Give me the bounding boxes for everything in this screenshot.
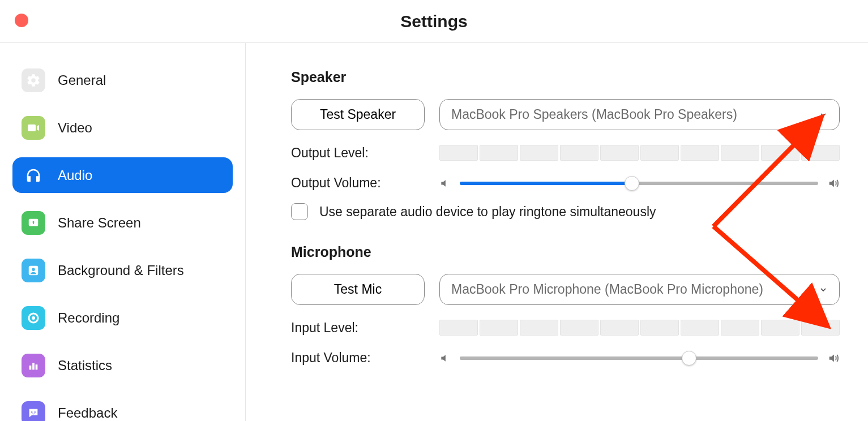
sidebar-item-label: General <box>58 72 106 88</box>
svg-point-8 <box>31 411 32 412</box>
speaker-section-title: Speaker <box>291 69 840 85</box>
record-icon <box>22 306 45 330</box>
sidebar-item-feedback[interactable]: Feedback <box>12 395 233 421</box>
test-mic-button[interactable]: Test Mic <box>291 274 425 305</box>
svg-rect-7 <box>36 364 38 370</box>
gear-icon <box>22 68 45 92</box>
sidebar-item-recording[interactable]: Recording <box>12 300 233 336</box>
speaker-low-icon <box>439 178 451 189</box>
output-level-label: Output Level: <box>291 145 439 161</box>
share-screen-icon <box>22 211 45 235</box>
microphone-section-title: Microphone <box>291 244 840 260</box>
sidebar-item-label: Background & Filters <box>58 263 184 278</box>
sidebar-item-general[interactable]: General <box>12 62 233 98</box>
speaker-low-icon <box>439 353 451 364</box>
input-volume-label: Input Volume: <box>291 350 439 366</box>
input-level-label: Input Level: <box>291 320 439 336</box>
stats-icon <box>22 354 45 377</box>
svg-point-4 <box>32 316 35 320</box>
headphones-icon <box>22 164 45 187</box>
separate-ringtone-label: Use separate audio device to play ringto… <box>319 204 656 220</box>
output-level-meter <box>439 145 840 161</box>
svg-rect-5 <box>29 366 32 370</box>
speaker-device-value: MacBook Pro Speakers (MacBook Pro Speake… <box>451 107 737 122</box>
sidebar: General Video Audio Share Screen Backgro <box>0 43 246 421</box>
chevron-down-icon <box>819 110 828 119</box>
microphone-device-value: MacBook Pro Microphone (MacBook Pro Micr… <box>451 282 763 297</box>
person-icon <box>22 259 45 282</box>
svg-point-2 <box>32 268 35 271</box>
sidebar-item-label: Recording <box>58 310 119 326</box>
sidebar-item-video[interactable]: Video <box>12 110 233 145</box>
test-speaker-button[interactable]: Test Speaker <box>291 99 425 130</box>
sidebar-item-statistics[interactable]: Statistics <box>12 347 233 383</box>
microphone-device-dropdown[interactable]: MacBook Pro Microphone (MacBook Pro Micr… <box>439 274 840 305</box>
sidebar-item-audio[interactable]: Audio <box>12 157 233 193</box>
input-level-meter <box>439 320 840 336</box>
main-panel: Speaker Test Speaker MacBook Pro Speaker… <box>246 43 868 421</box>
titlebar: Settings <box>0 0 868 43</box>
sidebar-item-share-screen[interactable]: Share Screen <box>12 205 233 240</box>
svg-rect-6 <box>32 363 35 370</box>
sidebar-item-label: Feedback <box>58 405 117 421</box>
output-volume-slider[interactable] <box>460 176 818 191</box>
chevron-down-icon <box>819 285 828 294</box>
svg-point-9 <box>35 411 36 412</box>
feedback-icon <box>22 401 45 422</box>
sidebar-item-background-filters[interactable]: Background & Filters <box>12 252 233 288</box>
speaker-high-icon <box>827 177 840 190</box>
window-title: Settings <box>400 12 467 31</box>
separate-ringtone-checkbox[interactable] <box>291 203 308 220</box>
video-icon <box>22 116 45 140</box>
speaker-high-icon <box>827 352 840 364</box>
sidebar-item-label: Statistics <box>58 358 112 373</box>
sidebar-item-label: Video <box>58 120 92 136</box>
sidebar-item-label: Audio <box>58 167 92 183</box>
speaker-device-dropdown[interactable]: MacBook Pro Speakers (MacBook Pro Speake… <box>439 99 840 130</box>
close-window-button[interactable] <box>15 14 28 27</box>
sidebar-item-label: Share Screen <box>58 215 141 231</box>
output-volume-label: Output Volume: <box>291 175 439 191</box>
input-volume-slider[interactable] <box>460 351 818 366</box>
